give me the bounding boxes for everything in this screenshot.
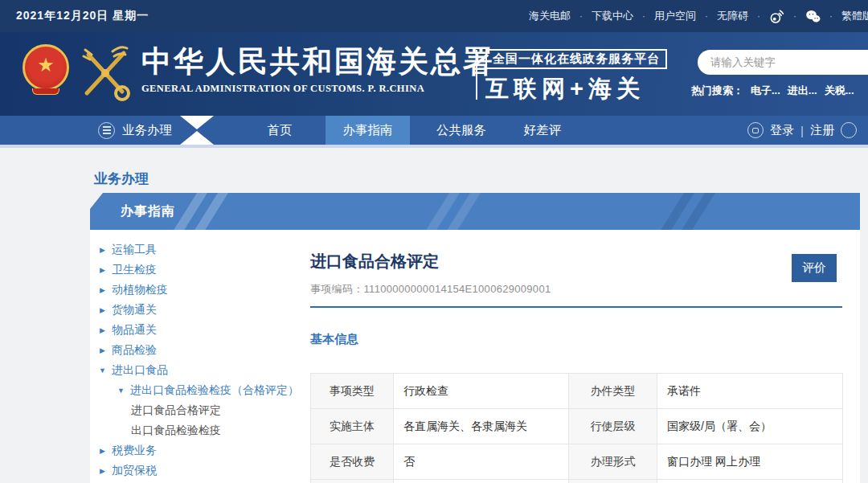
nav-item-public-services[interactable]: 公共服务 [431, 116, 492, 145]
sidebar-item-articles-clearance[interactable]: ▶物品通关 [90, 320, 310, 340]
topbar-link-userspace[interactable]: 用户空间 [654, 9, 696, 23]
dot-separator: · [642, 10, 645, 22]
pipe-separator: | [800, 124, 804, 137]
national-emblem-icon: ★ [23, 44, 69, 102]
table-label: 事项类型 [311, 374, 394, 409]
triangle-right-icon: ▶ [98, 326, 107, 334]
basic-info-title: 基本信息 [310, 332, 842, 347]
topbar-link-downloads[interactable]: 下载中心 [592, 9, 633, 23]
weibo-icon[interactable] [769, 9, 784, 24]
topbar-link-accessibility[interactable]: 无障碍 [717, 9, 748, 23]
sidebar-item-label: 货物通关 [112, 303, 157, 317]
nav-item-rating[interactable]: 好差评 [518, 116, 567, 145]
topbar: 2021年12月20日 星期一 海关电邮 · 下载中心 · 用户空间 · 无障碍… [0, 0, 868, 32]
sidebar-item-commodity-inspection[interactable]: ▶商品检验 [90, 340, 310, 360]
topbar-link-traditional-chinese[interactable]: 繁體版 [841, 9, 868, 23]
item-heading: 进口食品合格评定 [310, 230, 842, 272]
table-value: 行政检查 [394, 374, 569, 409]
table-value: 否 [394, 444, 569, 480]
sidebar-item-food-inspection-conformity[interactable]: ▼进出口食品检验检疫（合格评定） [90, 380, 310, 400]
banner-notch [90, 193, 103, 209]
basic-info-table: 事项类型 行政检查 办件类型 承诺件 实施主体 各直属海关、各隶属海关 行使层级… [310, 373, 843, 483]
site-title: 中华人民共和国海关总署 GENERAL ADMINISTRATION OF CU… [141, 46, 495, 95]
sidebar-item-animal-plant-quarantine[interactable]: ▶动植物检疫 [90, 280, 310, 300]
customs-emblem-icon [77, 42, 133, 106]
content-card: ▶运输工具 ▶卫生检疫 ▶动植物检疫 ▶货物通关 ▶物品通关 ▶商品检验 ▼进出… [90, 230, 860, 483]
table-label: 是否收费 [311, 444, 394, 480]
business-menu-button[interactable]: 业务办理 [98, 116, 172, 145]
register-link[interactable]: 注册 [810, 123, 834, 138]
table-row: 事项类型 行政检查 办件类型 承诺件 [311, 374, 843, 409]
table-value: 承诺件 [657, 374, 843, 409]
nav-item-service-guide-active[interactable]: 办事指南 [326, 116, 410, 145]
dot-separator: · [829, 10, 833, 22]
triangle-down-icon: ▼ [117, 387, 125, 395]
sidebar-item-label: 商品检验 [112, 343, 157, 358]
section-banner: 办事指南 [90, 193, 860, 230]
business-menu-label: 业务办理 [122, 122, 172, 139]
triangle-right-icon: ▶ [98, 306, 107, 314]
sidebar-item-label: 加贸保税 [112, 464, 157, 478]
table-value: 国家级/局（署、会） [657, 409, 843, 444]
sidebar-item-health-quarantine[interactable]: ▶卫生检疫 [90, 260, 310, 280]
triangle-right-icon: ▶ [98, 346, 107, 354]
dot-separator: · [579, 10, 583, 22]
search-input[interactable] [698, 50, 868, 75]
sidebar: ▶运输工具 ▶卫生检疫 ▶动植物检疫 ▶货物通关 ▶物品通关 ▶商品检验 ▼进出… [90, 230, 310, 481]
table-label: 实施主体 [311, 409, 394, 444]
platform-name: 互联网+海关 [485, 73, 667, 105]
table-row [311, 480, 843, 483]
triangle-right-icon: ▶ [98, 286, 107, 294]
nav-item-home[interactable]: 首页 [256, 116, 304, 145]
table-label [311, 480, 394, 483]
site-title-en: GENERAL ADMINISTRATION OF CUSTOMS. P. R.… [141, 83, 495, 95]
sidebar-item-label: 出口食品检验检疫 [131, 424, 221, 438]
sidebar-item-label: 进出口食品检验检疫（合格评定） [130, 383, 299, 398]
hamburger-icon [98, 122, 115, 139]
evaluate-button[interactable]: 评价 [792, 254, 837, 282]
sidebar-item-label: 物品通关 [112, 323, 157, 338]
sidebar-item-label: 进口食品合格评定 [131, 403, 221, 418]
sidebar-item-import-export-food[interactable]: ▼进出口食品 [90, 360, 310, 380]
search-box [698, 50, 868, 75]
platform-badge: 全国一体化在线政务服务平台 [485, 49, 667, 69]
masthead: ★ 中华人民共和国海关总署 GENERAL ADMINISTRATION OF … [0, 32, 868, 116]
sidebar-item-tax-business[interactable]: ▶税费业务 [90, 440, 310, 460]
sidebar-item-processing-trade[interactable]: ▶加贸保税 [90, 460, 310, 481]
hot-search-item[interactable]: 进出... [788, 84, 817, 98]
hot-search: 热门搜索： 电子... 进出... 关税... [691, 84, 854, 98]
table-row: 是否收费 否 办理形式 窗口办理 网上办理 [311, 444, 843, 480]
sidebar-item-export-food-inspection[interactable]: 出口食品检验检疫 [90, 420, 310, 440]
sidebar-item-label: 动植物检疫 [112, 283, 168, 297]
triangle-right-icon: ▶ [98, 467, 107, 475]
topbar-links: 海关电邮 · 下载中心 · 用户空间 · 无障碍 · · · 繁體版 [529, 0, 868, 32]
dot-separator: · [757, 10, 760, 22]
sidebar-item-label: 卫生检疫 [112, 263, 157, 277]
comment-bubble-icon [747, 122, 764, 138]
hot-search-item[interactable]: 电子... [751, 84, 780, 98]
dot-separator: · [793, 10, 796, 22]
site-title-cn: 中华人民共和国海关总署 [141, 46, 495, 79]
sidebar-item-label: 进出口食品 [112, 363, 168, 378]
clipped-circle-icon [841, 122, 857, 138]
navbar: 业务办理 首页 办事指南 公共服务 好差评 登录 | 注册 [0, 116, 868, 145]
page-title: 业务办理 [94, 170, 149, 188]
topbar-link-mail[interactable]: 海关电邮 [529, 9, 571, 23]
nav-arrow-decoration [180, 116, 214, 145]
hot-search-item[interactable]: 关税... [825, 84, 854, 98]
blue-divider [310, 306, 842, 308]
table-value: 各直属海关、各隶属海关 [394, 409, 569, 444]
sidebar-item-import-food-conformity[interactable]: 进口食品合格评定 [90, 400, 310, 420]
dot-separator: · [705, 10, 708, 22]
table-value [394, 480, 569, 483]
sidebar-item-cargo-clearance[interactable]: ▶货物通关 [90, 300, 310, 320]
sidebar-item-transport[interactable]: ▶运输工具 [90, 239, 310, 260]
table-label: 办件类型 [569, 374, 657, 409]
table-label: 行使层级 [569, 409, 657, 444]
wechat-icon[interactable] [805, 9, 821, 24]
current-date: 2021年12月20日 星期一 [16, 9, 149, 23]
table-row: 实施主体 各直属海关、各隶属海关 行使层级 国家级/局（署、会） [311, 409, 843, 444]
item-code: 事项编码：11100000000014154E1000629009001 [310, 282, 842, 297]
login-link[interactable]: 登录 [770, 123, 794, 138]
triangle-right-icon: ▶ [98, 266, 107, 274]
